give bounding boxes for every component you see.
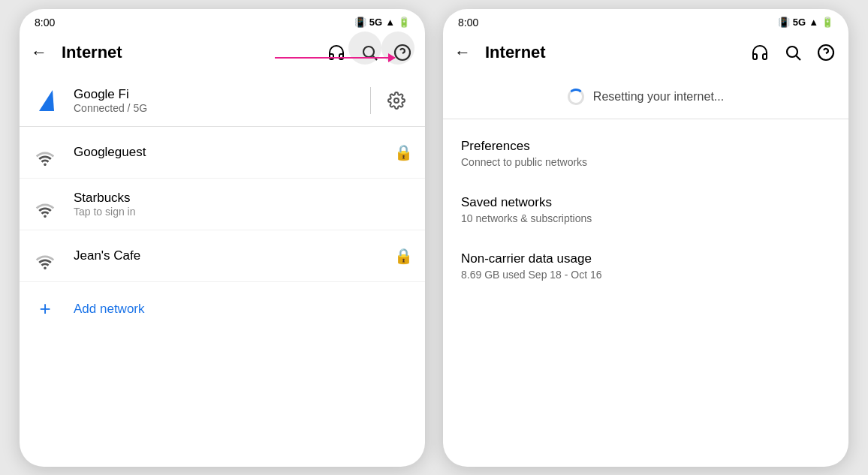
back-arrow-icon-right: ←	[454, 43, 471, 62]
battery-icon-right: 🔋	[821, 17, 833, 28]
list-item[interactable]: Jean's Cafe 🔒	[20, 230, 425, 282]
list-item[interactable]: Starbucks Tap to sign in	[20, 179, 425, 230]
connected-name: Google Fi	[74, 87, 361, 102]
menu-section: Preferences Connect to public networks S…	[443, 119, 848, 467]
status-bar-right: 8:00 📳 5G ▲ 🔋	[443, 9, 848, 33]
search-icon-right	[784, 44, 802, 62]
5g-label: 5G	[369, 17, 382, 28]
wifi-icon-googleguest	[32, 139, 59, 166]
page-title-right: Internet	[485, 43, 737, 62]
svg-point-0	[363, 47, 374, 57]
help-icon-right	[817, 44, 835, 62]
saved-networks-subtitle: 10 networks & subscriptions	[461, 212, 830, 224]
preferences-title: Preferences	[461, 139, 830, 154]
status-icons-left: 📳 5G ▲ 🔋	[354, 17, 410, 28]
add-network-label: Add network	[74, 302, 145, 317]
svg-point-5	[787, 47, 797, 57]
gear-icon	[387, 92, 405, 110]
headphones-icon	[327, 44, 345, 62]
search-button-left[interactable]	[353, 36, 386, 69]
preferences-subtitle: Connect to public networks	[461, 156, 830, 168]
resetting-bar: Resetting your internet...	[443, 75, 848, 119]
saved-networks-title: Saved networks	[461, 195, 830, 210]
lock-icon-googleguest: 🔒	[394, 143, 413, 161]
divider-vertical	[370, 87, 371, 114]
left-phone: 8:00 📳 5G ▲ 🔋 ← Internet	[20, 9, 425, 467]
back-arrow-icon: ←	[31, 43, 47, 62]
resetting-text: Resetting your internet...	[593, 90, 724, 104]
toolbar-left	[320, 36, 419, 69]
headphones-icon-right	[751, 44, 769, 62]
network-sub-starbucks: Tap to sign in	[74, 206, 413, 218]
app-bar-right: ← Internet	[443, 33, 848, 75]
headphones-button-right[interactable]	[743, 36, 776, 69]
back-button-right[interactable]: ←	[446, 36, 479, 69]
network-info-starbucks: Starbucks Tap to sign in	[74, 191, 413, 218]
search-button-right[interactable]	[776, 36, 809, 69]
5g-label-right: 5G	[793, 17, 806, 28]
lock-icon-jeans: 🔒	[394, 247, 413, 265]
toolbar-right	[743, 36, 842, 69]
connected-subtitle: Connected / 5G	[74, 102, 361, 114]
network-info-jeans: Jean's Cafe	[74, 248, 394, 263]
help-button-left[interactable]	[386, 36, 419, 69]
data-usage-subtitle: 8.69 GB used Sep 18 - Oct 16	[461, 269, 830, 281]
svg-point-4	[394, 98, 399, 103]
connected-network-row[interactable]: Google Fi Connected / 5G	[20, 75, 425, 127]
vibrate-icon: 📳	[354, 17, 366, 28]
data-usage-menu-item[interactable]: Non-carrier data usage 8.69 GB used Sep …	[443, 238, 848, 294]
preferences-menu-item[interactable]: Preferences Connect to public networks	[443, 125, 848, 182]
add-network-button[interactable]: + Add network	[20, 282, 425, 336]
signal-icon: ▲	[385, 17, 395, 28]
network-info-googleguest: Googleguest	[74, 145, 394, 160]
data-usage-title: Non-carrier data usage	[461, 251, 830, 266]
right-phone: 8:00 📳 5G ▲ 🔋 ← Internet	[443, 9, 848, 467]
settings-button[interactable]	[380, 84, 413, 117]
wifi-icon-jeans	[32, 242, 59, 269]
signal-icon-right: ▲	[809, 17, 818, 28]
time-left: 8:00	[35, 17, 55, 29]
network-name-googleguest: Googleguest	[74, 145, 394, 160]
connected-info: Google Fi Connected / 5G	[74, 87, 361, 114]
svg-line-1	[373, 56, 378, 60]
help-button-right[interactable]	[809, 36, 842, 69]
loading-spinner	[568, 89, 584, 105]
app-bar-left: ← Internet	[20, 33, 425, 75]
back-button-left[interactable]: ←	[23, 36, 56, 69]
help-icon-left	[393, 44, 411, 62]
wifi-connected-icon	[32, 86, 62, 116]
page-title-left: Internet	[62, 43, 314, 62]
search-icon-left	[360, 44, 378, 62]
svg-line-6	[797, 56, 801, 60]
battery-icon: 🔋	[398, 17, 410, 28]
content-right: Resetting your internet... Preferences C…	[443, 75, 848, 467]
network-list: Googleguest 🔒 Starbucks Tap to sign in	[20, 127, 425, 467]
list-item[interactable]: Googleguest 🔒	[20, 127, 425, 179]
network-name-starbucks: Starbucks	[74, 191, 413, 206]
headphones-button-left[interactable]	[320, 36, 353, 69]
time-right: 8:00	[458, 17, 478, 29]
saved-networks-menu-item[interactable]: Saved networks 10 networks & subscriptio…	[443, 182, 848, 238]
add-icon: +	[32, 296, 59, 323]
status-icons-right: 📳 5G ▲ 🔋	[778, 17, 833, 28]
network-name-jeans: Jean's Cafe	[74, 248, 394, 263]
wifi-icon-starbucks	[32, 191, 59, 218]
status-bar-left: 8:00 📳 5G ▲ 🔋	[20, 9, 425, 33]
vibrate-icon-right: 📳	[778, 17, 790, 28]
content-left: Google Fi Connected / 5G	[20, 75, 425, 467]
